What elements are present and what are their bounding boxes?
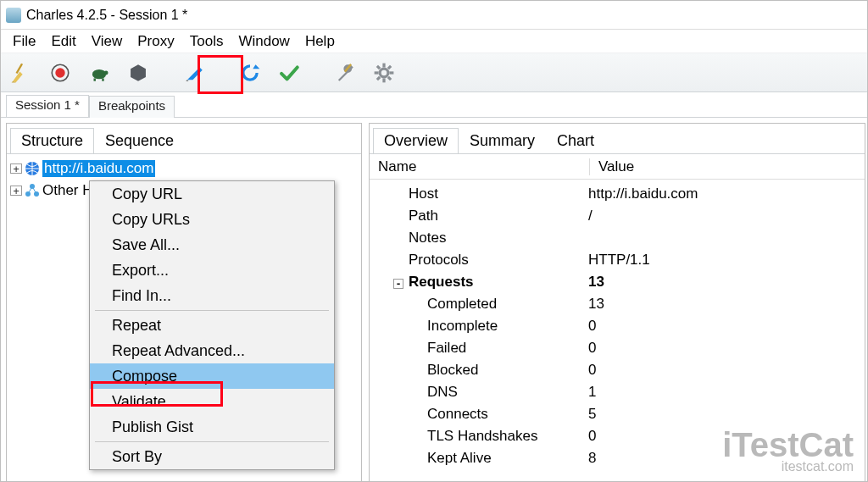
gear-icon[interactable]: [370, 59, 398, 86]
tab-summary[interactable]: Summary: [459, 128, 546, 153]
overview-key: DNS: [427, 384, 458, 400]
title-bar: Charles 4.2.5 - Session 1 *: [1, 1, 867, 30]
broom-icon[interactable]: [8, 59, 35, 86]
ctx-export[interactable]: Export...: [90, 258, 334, 283]
turtle-icon[interactable]: [86, 59, 113, 86]
expand-icon[interactable]: +: [10, 163, 22, 174]
overview-row[interactable]: Blocked0: [376, 359, 858, 381]
tree-node-baidu[interactable]: + http://i.baidu.com: [10, 158, 358, 180]
overview-value: 0: [588, 362, 858, 379]
overview-header: Name Value: [370, 154, 865, 180]
menu-edit[interactable]: Edit: [46, 31, 81, 52]
overview-row[interactable]: Hosthttp://i.baidu.com: [376, 183, 858, 205]
wrench-icon[interactable]: [331, 59, 359, 86]
svg-marker-7: [131, 64, 146, 81]
ctx-repeat[interactable]: Repeat: [90, 313, 334, 338]
ctx-compose[interactable]: Compose: [90, 363, 334, 389]
overview-row[interactable]: Path/: [376, 205, 858, 227]
svg-line-15: [377, 65, 380, 68]
menu-tools[interactable]: Tools: [185, 31, 229, 52]
overview-key: Incomplete: [427, 318, 498, 334]
tab-breakpoints[interactable]: Breakpoints: [89, 96, 175, 118]
overview-row[interactable]: Failed0: [376, 337, 858, 359]
overview-row[interactable]: ProtocolsHTTP/1.1: [376, 249, 858, 271]
overview-row[interactable]: -Requests13: [376, 271, 858, 293]
tab-session-1[interactable]: Session 1 *: [6, 95, 89, 117]
tab-overview[interactable]: Overview: [373, 128, 459, 153]
pen-icon[interactable]: [181, 59, 208, 86]
overview-row[interactable]: DNS1: [376, 381, 858, 403]
tab-sequence[interactable]: Sequence: [94, 128, 185, 153]
menu-separator: [95, 310, 329, 311]
svg-point-2: [55, 68, 64, 77]
ctx-copy-url[interactable]: Copy URL: [90, 181, 334, 207]
menu-bar: File Edit View Proxy Tools Window Help: [1, 30, 867, 53]
window-title: Charles 4.2.5 - Session 1 *: [26, 8, 187, 23]
overview-row[interactable]: Notes: [376, 227, 858, 249]
overview-value: 8: [588, 450, 858, 467]
col-value: Value: [590, 158, 634, 175]
svg-line-16: [388, 76, 391, 79]
ctx-copy-urls[interactable]: Copy URLs: [90, 207, 334, 232]
menu-file[interactable]: File: [8, 31, 41, 52]
session-tabs: Session 1 * Breakpoints: [1, 92, 867, 118]
svg-point-10: [380, 69, 388, 77]
overview-key: TLS Handshakes: [427, 428, 537, 444]
overview-row[interactable]: TLS Handshakes0: [376, 425, 858, 447]
svg-line-17: [377, 76, 380, 79]
menu-help[interactable]: Help: [300, 31, 340, 52]
overview-value: 0: [588, 340, 858, 357]
overview-row[interactable]: Incomplete0: [376, 315, 858, 337]
overview-tabs: Overview Summary Chart: [370, 124, 865, 154]
overview-body: Hosthttp://i.baidu.comPath/NotesProtocol…: [370, 180, 865, 473]
ctx-save-all[interactable]: Save All...: [90, 232, 334, 258]
check-icon[interactable]: [275, 59, 303, 86]
ctx-validate[interactable]: Validate: [90, 389, 334, 414]
expand-icon[interactable]: +: [10, 186, 22, 196]
app-icon: [6, 8, 21, 23]
collapse-icon[interactable]: -: [393, 279, 403, 289]
right-pane: Overview Summary Chart Name Value Hostht…: [369, 123, 865, 482]
tab-structure[interactable]: Structure: [10, 128, 94, 153]
overview-row[interactable]: Connects5: [376, 403, 858, 425]
ctx-publish-gist[interactable]: Publish Gist: [90, 414, 334, 440]
svg-point-4: [104, 70, 108, 75]
overview-key: Completed: [427, 296, 497, 312]
refresh-icon[interactable]: [236, 59, 264, 86]
ctx-repeat-advanced[interactable]: Repeat Advanced...: [90, 338, 334, 363]
overview-key: Path: [409, 208, 438, 224]
overview-key: Host: [409, 186, 438, 202]
overview-key: Kept Alive: [427, 450, 492, 466]
overview-key: Failed: [427, 340, 466, 356]
tab-chart[interactable]: Chart: [546, 128, 605, 153]
overview-row[interactable]: Completed13: [376, 293, 858, 315]
globe-icon: [24, 160, 41, 177]
record-icon[interactable]: [47, 59, 74, 86]
svg-rect-5: [94, 78, 96, 80]
ctx-find-in[interactable]: Find In...: [90, 283, 334, 308]
context-menu: Copy URLCopy URLsSave All...Export...Fin…: [89, 180, 335, 470]
tree-node-label: http://i.baidu.com: [42, 160, 155, 177]
structure-tabs: Structure Sequence: [7, 124, 361, 154]
menu-window[interactable]: Window: [233, 31, 294, 52]
overview-value: http://i.baidu.com: [588, 186, 858, 202]
overview-value: 5: [588, 406, 858, 423]
overview-key: Protocols: [409, 252, 469, 268]
hexagon-icon[interactable]: [125, 59, 152, 86]
overview-value: 13: [588, 274, 858, 291]
menu-proxy[interactable]: Proxy: [132, 31, 179, 52]
overview-key: Connects: [427, 406, 488, 422]
overview-key: Notes: [409, 230, 446, 246]
col-name: Name: [370, 158, 590, 175]
overview-value: 1: [588, 384, 858, 401]
overview-value: 13: [588, 296, 858, 313]
overview-value: /: [588, 208, 858, 224]
menu-view[interactable]: View: [86, 31, 128, 52]
overview-key: Requests: [409, 274, 474, 290]
overview-value: 0: [588, 428, 858, 445]
toolbar: [1, 53, 867, 92]
overview-value: HTTP/1.1: [588, 252, 858, 269]
ctx-sort-by[interactable]: Sort By: [90, 444, 334, 469]
overview-row[interactable]: Kept Alive8: [376, 447, 858, 469]
svg-marker-8: [253, 64, 259, 69]
